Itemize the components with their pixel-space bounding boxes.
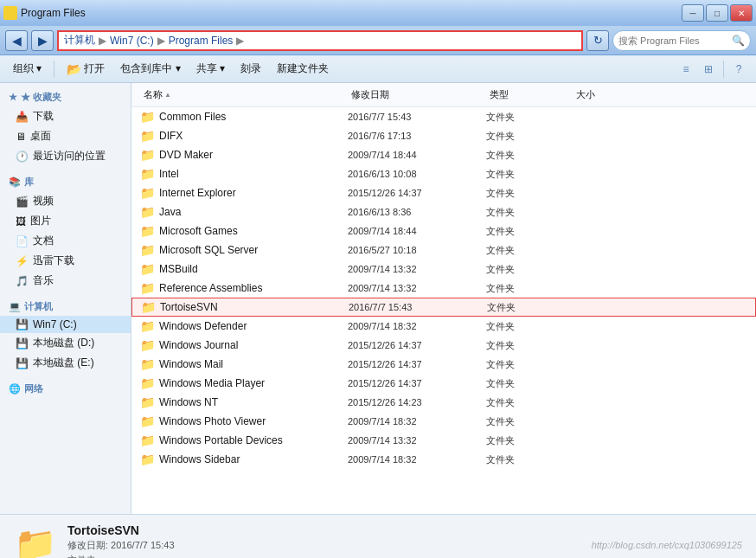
video-icon: 🎬: [16, 196, 29, 208]
file-row[interactable]: 📁 DIFX 2016/7/6 17:13 文件夹: [131, 126, 756, 145]
path-computer[interactable]: 计算机: [64, 33, 95, 48]
watermark: http://blog.csdn.net/cxq1030699125: [592, 540, 742, 550]
path-drive[interactable]: Win7 (C:): [110, 35, 154, 47]
file-row[interactable]: 📁 Microsoft Games 2009/7/14 18:44 文件夹: [131, 221, 756, 241]
file-type: 文件夹: [487, 301, 573, 314]
file-type: 文件夹: [486, 168, 573, 181]
file-type: 文件夹: [486, 111, 573, 124]
recent-icon: 🕐: [16, 151, 29, 163]
column-headers: 名称 ▲ 修改日期 类型 大小: [131, 83, 756, 107]
file-row[interactable]: 📁 Reference Assemblies 2009/7/14 13:32 文…: [131, 279, 756, 298]
computer-header[interactable]: 💻 计算机: [0, 298, 131, 316]
organize-button[interactable]: 组织 ▾: [7, 58, 48, 80]
file-row[interactable]: 📁 Windows Journal 2015/12/26 14:37 文件夹: [131, 336, 756, 355]
favorites-section: ★ ★ 收藏夹 📥 下载 🖥 桌面 🕐 最近访问的位置: [0, 88, 131, 166]
file-row[interactable]: 📁 Windows Portable Devices 2009/7/14 13:…: [131, 431, 756, 450]
view-controls: ≡ ⊞ ?: [676, 59, 749, 80]
sidebar-item-c-drive[interactable]: 💾 Win7 (C:): [0, 316, 131, 333]
file-date: 2015/12/26 14:37: [348, 188, 486, 198]
file-name: 📁 DVD Maker: [140, 148, 348, 162]
col-header-type[interactable]: 类型: [486, 87, 573, 103]
file-row[interactable]: 📁 Intel 2016/6/13 10:08 文件夹: [131, 164, 756, 183]
file-name: 📁 TortoiseSVN: [141, 300, 349, 314]
folder-icon: 📁: [141, 300, 156, 314]
title-bar-controls: ─ □ ✕: [682, 4, 753, 22]
file-row[interactable]: 📁 Common Files 2016/7/7 15:43 文件夹: [131, 107, 756, 126]
file-list: 📁 Common Files 2016/7/7 15:43 文件夹 📁 DIFX…: [131, 107, 756, 514]
help-button[interactable]: ?: [728, 59, 749, 80]
file-row[interactable]: 📁 Windows NT 2015/12/26 14:23 文件夹: [131, 393, 756, 412]
maximize-button[interactable]: □: [706, 4, 728, 22]
search-icon[interactable]: 🔍: [732, 35, 745, 47]
include-button[interactable]: 包含到库中 ▾: [114, 58, 186, 80]
sidebar-item-docs[interactable]: 📄 文档: [0, 231, 131, 251]
address-path[interactable]: 计算机 ▶ Win7 (C:) ▶ Program Files ▶: [57, 30, 583, 51]
network-icon: 🌐: [9, 383, 21, 394]
file-row[interactable]: 📁 Java 2016/6/13 8:36 文件夹: [131, 202, 756, 221]
forward-button[interactable]: ▶: [31, 30, 54, 51]
sidebar: ★ ★ 收藏夹 📥 下载 🖥 桌面 🕐 最近访问的位置 📚 库 🎬: [0, 83, 131, 514]
library-section: 📚 库 🎬 视频 🖼 图片 📄 文档 ⚡ 迅雷下载 🎵 音乐: [0, 173, 131, 291]
file-type: 文件夹: [486, 187, 573, 200]
open-folder-icon: 📂: [67, 62, 81, 76]
file-type: 文件夹: [486, 225, 573, 238]
open-button[interactable]: 📂 打开: [61, 58, 111, 80]
refresh-button[interactable]: ↻: [586, 30, 609, 51]
search-input[interactable]: [618, 35, 728, 46]
sidebar-item-thunder[interactable]: ⚡ 迅雷下载: [0, 251, 131, 271]
status-selected-detail: 修改日期: 2016/7/7 15:43: [67, 539, 175, 552]
sidebar-item-e-drive[interactable]: 💾 本地磁盘 (E:): [0, 353, 131, 373]
file-row[interactable]: 📁 Windows Media Player 2015/12/26 14:37 …: [131, 374, 756, 393]
col-header-name[interactable]: 名称 ▲: [140, 87, 348, 103]
folder-icon: 📁: [140, 433, 155, 447]
sidebar-item-pictures[interactable]: 🖼 图片: [0, 211, 131, 231]
sidebar-item-download[interactable]: 📥 下载: [0, 106, 131, 126]
file-row[interactable]: 📁 Internet Explorer 2015/12/26 14:37 文件夹: [131, 183, 756, 202]
folder-icon: 📁: [140, 338, 155, 352]
window-icon: [3, 6, 17, 20]
burn-button[interactable]: 刻录: [234, 58, 267, 80]
file-row[interactable]: 📁 MSBuild 2009/7/14 13:32 文件夹: [131, 260, 756, 279]
share-button[interactable]: 共享 ▾: [190, 58, 231, 80]
close-button[interactable]: ✕: [730, 4, 753, 22]
view-icon-button[interactable]: ⊞: [698, 59, 719, 80]
d-drive-icon: 💾: [16, 337, 29, 350]
file-row[interactable]: 📁 Windows Defender 2009/7/14 18:32 文件夹: [131, 317, 756, 336]
file-date: 2016/7/7 15:43: [349, 302, 487, 312]
file-row[interactable]: 📁 Windows Mail 2015/12/26 14:37 文件夹: [131, 355, 756, 374]
view-list-button[interactable]: ≡: [676, 59, 696, 80]
file-row[interactable]: 📁 DVD Maker 2009/7/14 18:44 文件夹: [131, 145, 756, 164]
folder-icon: 📁: [140, 224, 155, 238]
sidebar-item-d-drive[interactable]: 💾 本地磁盘 (D:): [0, 333, 131, 353]
file-type: 文件夹: [486, 434, 573, 447]
folder-icon: 📁: [140, 395, 155, 409]
file-row[interactable]: 📁 TortoiseSVN 2016/7/7 15:43 文件夹: [131, 298, 756, 317]
search-box[interactable]: 🔍: [612, 30, 751, 51]
file-date: 2016/7/7 15:43: [348, 112, 486, 122]
status-selected-type: 文件夹: [67, 554, 175, 559]
file-type: 文件夹: [486, 206, 573, 219]
col-header-size[interactable]: 大小: [573, 87, 642, 103]
sidebar-item-desktop[interactable]: 🖥 桌面: [0, 126, 131, 146]
sidebar-item-video[interactable]: 🎬 视频: [0, 191, 131, 211]
folder-icon: 📁: [140, 205, 155, 219]
file-row[interactable]: 📁 Windows Photo Viewer 2009/7/14 18:32 文…: [131, 412, 756, 431]
library-header[interactable]: 📚 库: [0, 173, 131, 191]
file-row[interactable]: 📁 Microsoft SQL Server 2016/5/27 10:18 文…: [131, 241, 756, 260]
file-date: 2009/7/14 18:44: [348, 226, 486, 236]
favorites-header[interactable]: ★ ★ 收藏夹: [0, 88, 131, 106]
sidebar-item-music[interactable]: 🎵 音乐: [0, 271, 131, 291]
new-folder-button[interactable]: 新建文件夹: [271, 58, 335, 80]
network-header[interactable]: 🌐 网络: [0, 380, 131, 398]
file-name: 📁 DIFX: [140, 129, 348, 143]
file-type: 文件夹: [486, 263, 573, 276]
back-button[interactable]: ◀: [5, 30, 28, 51]
sidebar-item-recent[interactable]: 🕐 最近访问的位置: [0, 146, 131, 166]
col-header-date[interactable]: 修改日期: [348, 87, 486, 103]
title-bar-left: Program Files: [3, 6, 86, 20]
path-folder[interactable]: Program Files: [169, 35, 234, 47]
file-name: 📁 Windows Sidebar: [140, 452, 348, 466]
file-row[interactable]: 📁 Windows Sidebar 2009/7/14 18:32 文件夹: [131, 450, 756, 469]
file-type: 文件夹: [486, 358, 573, 371]
minimize-button[interactable]: ─: [682, 4, 704, 22]
